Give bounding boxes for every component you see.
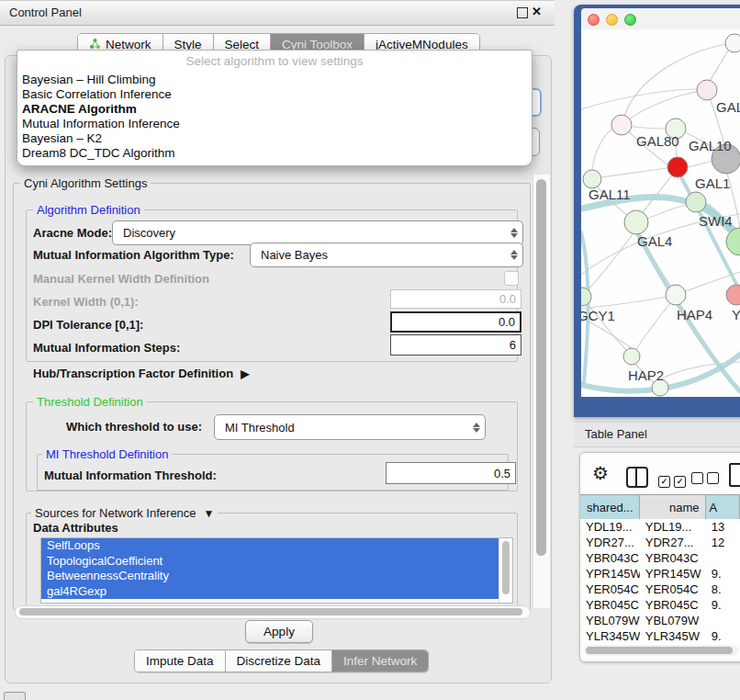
select-all-columns-icon[interactable]: ✓✓ [658,471,690,488]
table-cell: YER054C [640,582,706,596]
tab-infer-network[interactable]: Infer Network [332,650,428,672]
aracne-mode-select[interactable]: Discovery [112,220,523,245]
network-canvas[interactable]: GALGAL80GAL10GAL1GAL11SWI4GAL4HAP4YGCY1H… [581,29,740,397]
dropdown-prompt: Select algorithm to view settings [17,51,532,73]
algorithm-option[interactable]: Bayesian – Hill Climbing [17,73,532,87]
manual-kernel-checkbox[interactable] [504,271,519,286]
network-edge [592,129,613,170]
dpi-tolerance-label: DPI Tolerance [0,1]: [33,318,143,332]
tab-impute-data[interactable]: Impute Data [135,650,226,672]
column-header[interactable]: shared... [580,495,640,519]
kernel-width-input[interactable] [390,289,521,309]
table-row[interactable]: YDR27...YDR27...12 [580,535,740,550]
table-row[interactable]: YBL079WYBL079W [580,613,740,628]
expanded-arrow-icon: ▼ [204,507,215,520]
settings-vscrollbar[interactable] [533,175,550,608]
minimize-traffic-button[interactable] [606,14,618,26]
network-edge [581,89,698,109]
attribute-option[interactable]: TopologicalCoefficient [41,554,499,570]
float-window-icon[interactable] [517,7,528,18]
mi-steps-input[interactable] [390,334,521,356]
table-cell: YPR145W [640,567,706,581]
collapsed-arrow-icon: ▶ [241,367,249,380]
mi-threshold-input[interactable] [386,462,516,484]
table-row[interactable]: YER054CYER054C8. [580,581,740,597]
columns-icon[interactable] [626,467,648,488]
network-node[interactable] [624,210,648,234]
stepper-icon [506,250,522,260]
mi-threshold-label: Mutual Information Threshold: [44,469,217,482]
control-panel-titlebar[interactable]: Control Panel ✕ [0,0,555,26]
network-window: GALGAL80GAL10GAL1GAL11SWI4GAL4HAP4YGCY1H… [574,5,740,417]
algorithm-definition-legend: Algorithm Definition [33,203,144,217]
table-row[interactable]: YPR145WYPR145W9. [580,566,740,581]
network-node[interactable] [611,115,632,135]
table-row[interactable]: YBR043CYBR043C [580,550,740,566]
node-label: HAP4 [677,307,712,322]
attribute-option[interactable]: SelfLoops [41,538,499,554]
gear-icon[interactable]: ⚙ [592,462,609,484]
network-node[interactable] [686,192,706,212]
network-node[interactable] [697,80,717,100]
attribute-option[interactable]: gal4RGexp [41,584,499,600]
mi-steps-label: Mutual Information Steps: [33,341,180,355]
tab-label: Infer Network [343,654,417,668]
network-node[interactable] [583,170,601,188]
screen: Control Panel ✕ NetworkStyleSelectCyni T… [0,0,740,700]
algorithm-option[interactable]: Dream8 DC_TDC Algorithm [17,146,532,161]
table-row[interactable]: YDL19...YDL19...13 [580,519,740,535]
table-row[interactable]: YLR345WYLR345W9. [580,628,740,644]
mi-type-select[interactable]: Naive Bayes [250,243,523,267]
deselect-all-columns-icon[interactable] [691,471,723,488]
sources-expander[interactable]: Sources for Network Inference ▼ [31,506,218,520]
hub-definition-expander[interactable]: Hub/Transcription Factor Definition ▶ [33,367,249,380]
export-table-icon[interactable] [729,463,740,487]
network-window-titlebar[interactable] [581,8,740,29]
threshold-definition-legend: Threshold Definition [33,395,147,409]
network-node[interactable] [666,285,686,305]
tab-discretize-data[interactable]: Discretize Data [226,650,333,672]
table-hscrollbar[interactable] [584,645,738,656]
dock-button[interactable] [4,692,26,700]
dpi-tolerance-input[interactable] [390,311,521,333]
network-edge [688,161,712,167]
network-edge [622,90,707,125]
network-node[interactable] [667,157,688,177]
data-attributes-label: Data Attributes [33,521,118,535]
algorithm-option[interactable]: Bayesian – K2 [17,131,532,146]
network-node[interactable] [726,285,740,305]
table-panel-titlebar[interactable]: Table Panel [574,422,740,447]
node-label: GCY1 [581,308,615,323]
column-header[interactable]: name [640,495,706,519]
node-label: GAL80 [636,133,679,149]
algorithm-option[interactable]: Basic Correlation Inference [17,87,532,102]
algorithm-option[interactable]: Mutual Information Inference [17,117,532,131]
table-cell: YBR045C [640,598,706,612]
aracne-mode-label: Aracne Mode: [33,226,112,240]
table-row[interactable]: YBR045CYBR045C9. [580,597,740,613]
network-node[interactable] [725,34,740,52]
zoom-traffic-button[interactable] [624,14,636,26]
table-cell: YLR345W [640,629,706,643]
settings-hscrollbar[interactable] [15,605,531,619]
table-cell: YER054C [580,582,640,596]
apply-button[interactable]: Apply [245,620,313,643]
which-threshold-select[interactable]: MI Threshold [214,414,486,440]
node-label: GAL1 [695,175,730,191]
column-header[interactable]: A [706,495,740,519]
mi-threshold-legend: MI Threshold Definition [42,447,172,461]
list-scrollbar[interactable] [499,538,512,603]
algorithm-option[interactable]: ARACNE Algorithm [17,102,532,117]
table-cell: 9. [706,629,740,643]
network-node[interactable] [623,348,640,365]
close-traffic-button[interactable] [588,14,600,26]
close-icon[interactable]: ✕ [532,5,542,18]
panel-title: Control Panel [9,6,82,19]
table-cell: 9. [706,598,740,612]
table-cell: YLR345W [580,629,640,643]
manual-kernel-label: Manual Kernel Width Definition [33,272,209,286]
attribute-option[interactable]: BetweennessCentrality [41,569,499,584]
network-edge [601,168,667,177]
data-attributes-list[interactable]: SelfLoopsTopologicalCoefficientBetweenne… [40,537,513,604]
which-threshold-label: Which threshold to use: [66,420,202,434]
